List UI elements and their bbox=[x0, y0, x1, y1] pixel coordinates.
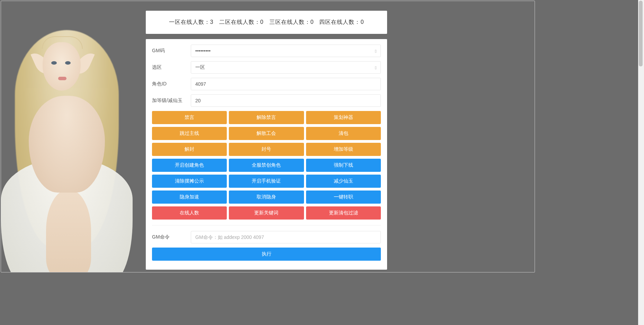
submit-row: 执行 bbox=[152, 248, 381, 261]
zone3-stat: 三区在线人数：0 bbox=[269, 19, 314, 26]
zone1-stat: 一区在线人数：3 bbox=[169, 19, 214, 26]
action-button-5-1[interactable]: 取消隐身 bbox=[229, 191, 304, 204]
figure-body bbox=[1, 9, 136, 272]
gm-cmd-row: GM命令 bbox=[152, 231, 381, 243]
zone4-label: 四区在线人数： bbox=[319, 19, 360, 26]
role-id-input[interactable] bbox=[191, 78, 381, 90]
zone3-label: 三区在线人数： bbox=[269, 19, 311, 26]
level-row: 加等级/减仙玉 bbox=[152, 94, 381, 107]
action-row-5: 隐身加速取消隐身一键转职 bbox=[152, 191, 381, 204]
action-button-3-0[interactable]: 开启创建角色 bbox=[152, 159, 227, 172]
action-button-4-2[interactable]: 减少仙玉 bbox=[306, 175, 381, 188]
scrollbar-thumb[interactable] bbox=[639, 1, 643, 66]
execute-button[interactable]: 执行 bbox=[152, 248, 381, 261]
zone4-stat: 四区在线人数：0 bbox=[319, 19, 364, 26]
action-button-1-2[interactable]: 清包 bbox=[306, 127, 381, 140]
action-button-6-0[interactable]: 在线人数 bbox=[152, 206, 227, 220]
level-label: 加等级/减仙玉 bbox=[152, 98, 191, 104]
zone-label: 选区 bbox=[152, 64, 191, 71]
role-id-row: 角色ID bbox=[152, 78, 381, 90]
action-button-5-0[interactable]: 隐身加速 bbox=[152, 191, 227, 204]
gm-code-input[interactable] bbox=[191, 45, 381, 57]
zone3-value: 0 bbox=[311, 19, 314, 25]
action-button-0-1[interactable]: 解除禁言 bbox=[229, 111, 304, 124]
zone2-value: 0 bbox=[260, 19, 264, 25]
action-button-0-0[interactable]: 禁言 bbox=[152, 111, 227, 124]
action-row-6: 在线人数更新关键词更新清包过滤 bbox=[152, 206, 381, 220]
zone4-value: 0 bbox=[360, 19, 364, 25]
action-button-1-1[interactable]: 解散工会 bbox=[229, 127, 304, 140]
action-row-2: 解封封号增加等级 bbox=[152, 143, 381, 156]
gm-code-wrap: ▯ bbox=[191, 45, 381, 57]
action-row-0: 禁言解除禁言策划神器 bbox=[152, 111, 381, 124]
gm-code-row: GM码 ▯ bbox=[152, 45, 381, 57]
app-viewport: 一区在线人数：3 二区在线人数：0 三区在线人数：0 四区在线人数：0 GM码 … bbox=[1, 1, 535, 272]
zone1-label: 一区在线人数： bbox=[169, 19, 210, 26]
zone2-stat: 二区在线人数：0 bbox=[219, 19, 264, 26]
gm-cmd-label: GM命令 bbox=[152, 234, 191, 240]
action-row-4: 清除摆摊公示开启手机验证减少仙玉 bbox=[152, 175, 381, 188]
background-figure bbox=[1, 9, 136, 272]
action-row-1: 跳过主线解散工会清包 bbox=[152, 127, 381, 140]
action-button-3-1[interactable]: 全服禁创角色 bbox=[229, 159, 304, 172]
zone1-value: 3 bbox=[210, 19, 214, 25]
action-button-4-1[interactable]: 开启手机验证 bbox=[229, 175, 304, 188]
action-button-5-2[interactable]: 一键转职 bbox=[306, 191, 381, 204]
zone-select-wrap: ▯ bbox=[191, 61, 381, 74]
action-button-0-2[interactable]: 策划神器 bbox=[306, 111, 381, 124]
gm-code-label: GM码 bbox=[152, 48, 191, 54]
role-id-label: 角色ID bbox=[152, 81, 191, 87]
online-stats-card: 一区在线人数：3 二区在线人数：0 三区在线人数：0 四区在线人数：0 bbox=[146, 11, 387, 34]
action-row-3: 开启创建角色全服禁创角色强制下线 bbox=[152, 159, 381, 172]
divider bbox=[152, 225, 381, 225]
action-button-grid: 禁言解除禁言策划神器跳过主线解散工会清包解封封号增加等级开启创建角色全服禁创角色… bbox=[152, 111, 381, 220]
action-button-6-1[interactable]: 更新关键词 bbox=[229, 206, 304, 220]
action-button-1-0[interactable]: 跳过主线 bbox=[152, 127, 227, 140]
zone-row: 选区 ▯ bbox=[152, 61, 381, 74]
action-button-6-2[interactable]: 更新清包过滤 bbox=[306, 206, 381, 220]
action-button-2-1[interactable]: 封号 bbox=[229, 143, 304, 156]
gm-cmd-input[interactable] bbox=[191, 231, 381, 243]
action-button-2-0[interactable]: 解封 bbox=[152, 143, 227, 156]
zone2-label: 二区在线人数： bbox=[219, 19, 260, 26]
zone-select[interactable] bbox=[191, 61, 381, 74]
action-button-4-0[interactable]: 清除摆摊公示 bbox=[152, 175, 227, 188]
action-button-2-2[interactable]: 增加等级 bbox=[306, 143, 381, 156]
main-panel: GM码 ▯ 选区 ▯ 角色ID 加等级/减仙玉 禁言解除禁言策划神器跳过主线解散… bbox=[146, 39, 387, 270]
level-input[interactable] bbox=[191, 94, 381, 107]
action-button-3-2[interactable]: 强制下线 bbox=[306, 159, 381, 172]
